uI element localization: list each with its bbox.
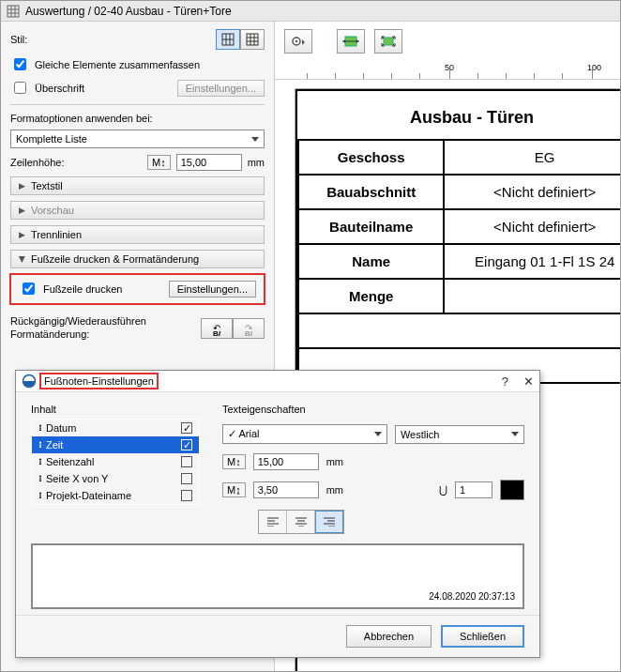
- svg-rect-9: [247, 34, 258, 45]
- format-options-select[interactable]: Komplette Liste: [10, 130, 265, 148]
- accordion-vorschau[interactable]: ▶Vorschau: [10, 201, 265, 220]
- heading-label: Überschrift: [35, 83, 84, 94]
- preview-box: 24.08.2020 20:37:13: [31, 543, 524, 609]
- align-center-button[interactable]: [287, 511, 315, 533]
- table-row: GeschossEG: [298, 140, 620, 175]
- fit-width-button[interactable]: [337, 29, 365, 53]
- fit-page-button[interactable]: [374, 29, 402, 53]
- chevron-down-icon: [511, 432, 519, 436]
- table-row: Bauteilname<Nicht definiert>: [298, 209, 620, 244]
- redo-format-button[interactable]: ↷BI: [233, 318, 265, 339]
- print-footer-label: Fußzeile drucken: [43, 283, 122, 295]
- close-button[interactable]: Schließen: [441, 625, 524, 648]
- pen-icon: ⋃: [439, 484, 447, 496]
- table-row: Bauabschnitt<Nicht definiert>: [298, 175, 620, 209]
- undo-label-1: Rückgängig/Wiederausführen: [10, 315, 146, 327]
- row-height-label: Zeilenhöhe:: [10, 157, 65, 168]
- line-height-icon[interactable]: M↨: [222, 482, 246, 497]
- undo-format-button[interactable]: ↶BI: [201, 318, 233, 339]
- line-height-input[interactable]: [253, 481, 319, 498]
- window-titlebar: Auswertung / 02-40 Ausbau - Türen+Tore: [1, 1, 620, 22]
- heading-settings-button[interactable]: Einstellungen...: [177, 80, 265, 97]
- table-icon: [7, 5, 20, 18]
- accordion-trennlinien[interactable]: ▶Trennlinien: [10, 225, 265, 244]
- cancel-button[interactable]: Abbrechen: [346, 625, 432, 648]
- style-label: Stil:: [10, 34, 27, 45]
- window-title: Auswertung / 02-40 Ausbau - Türen+Tore: [25, 5, 232, 18]
- align-right-button[interactable]: [315, 511, 343, 533]
- content-heading: Inhalt: [31, 404, 200, 415]
- svg-rect-18: [384, 38, 393, 45]
- font-height-input[interactable]: [253, 453, 319, 470]
- textprops-heading: Texteigenschaften: [222, 404, 524, 415]
- align-left-button[interactable]: [259, 511, 287, 533]
- print-footer-checkbox[interactable]: [23, 283, 35, 295]
- accordion-textstil[interactable]: ▶Textstil: [10, 176, 265, 195]
- sheet-title: Ausbau - Türen: [297, 108, 620, 128]
- list-item[interactable]: ⁞⁞Zeit: [32, 436, 199, 453]
- view-grid-button[interactable]: [240, 29, 265, 50]
- unit-label: mm: [248, 157, 265, 168]
- close-icon[interactable]: ✕: [523, 374, 534, 389]
- data-table: GeschossEG Bauabschnitt<Nicht definiert>…: [297, 139, 620, 384]
- row-height-mode-icon[interactable]: M↕: [147, 155, 171, 170]
- merge-same-label: Gleiche Elemente zusammenfassen: [35, 59, 200, 70]
- list-item[interactable]: ⁞⁞Projekt-Dateiname: [32, 487, 199, 504]
- color-swatch[interactable]: [500, 480, 524, 500]
- list-item[interactable]: ⁞⁞Seite X von Y: [32, 470, 199, 487]
- app-icon: [22, 374, 37, 389]
- table-row: 1: [298, 313, 620, 348]
- svg-rect-0: [8, 6, 19, 17]
- script-select[interactable]: Westlich: [395, 425, 524, 444]
- height-mode-icon[interactable]: M↕: [222, 454, 246, 469]
- undo-label-2: Formatänderung:: [10, 328, 89, 340]
- merge-same-checkbox[interactable]: [14, 58, 26, 70]
- dialog-title: Fußnoten-Einstellungen: [40, 374, 158, 389]
- text-align-group: [258, 510, 344, 534]
- heading-checkbox[interactable]: [14, 82, 26, 94]
- footnote-settings-dialog: Fußnoten-Einstellungen ? ✕ Inhalt ⁞⁞Datu…: [15, 370, 540, 658]
- pen-weight-input[interactable]: [455, 481, 492, 498]
- preview-text: 24.08.2020 20:37:13: [429, 591, 515, 602]
- chevron-down-icon: [374, 432, 382, 436]
- table-row: NameEingang 01 1-Fl 1S 24: [298, 244, 620, 279]
- list-item[interactable]: ⁞⁞Seitenzahl: [32, 453, 199, 470]
- footer-settings-button[interactable]: Einstellungen...: [169, 281, 256, 298]
- font-select[interactable]: ✓ Arial: [222, 424, 387, 444]
- list-item[interactable]: ⁞⁞Datum: [32, 420, 199, 436]
- row-height-input[interactable]: [176, 154, 242, 171]
- dialog-titlebar[interactable]: Fußnoten-Einstellungen ? ✕: [16, 371, 539, 392]
- help-button[interactable]: ?: [502, 374, 508, 389]
- accordion-fusszeile[interactable]: ▶Fußzeile drucken & Formatänderung: [10, 250, 265, 268]
- chevron-down-icon: [251, 137, 259, 142]
- svg-point-15: [295, 40, 297, 42]
- footer-section: Fußzeile drucken Einstellungen...: [10, 274, 265, 304]
- table-row: Menge1: [298, 279, 620, 313]
- settings-menu-button[interactable]: [284, 29, 312, 53]
- view-table-button[interactable]: [216, 29, 240, 50]
- ruler-horizontal: 50 100: [275, 61, 620, 80]
- content-list: ⁞⁞Datum ⁞⁞Zeit ⁞⁞Seitenzahl ⁞⁞Seite X vo…: [31, 419, 200, 505]
- format-options-label: Formatoptionen anwenden bei:: [10, 113, 265, 124]
